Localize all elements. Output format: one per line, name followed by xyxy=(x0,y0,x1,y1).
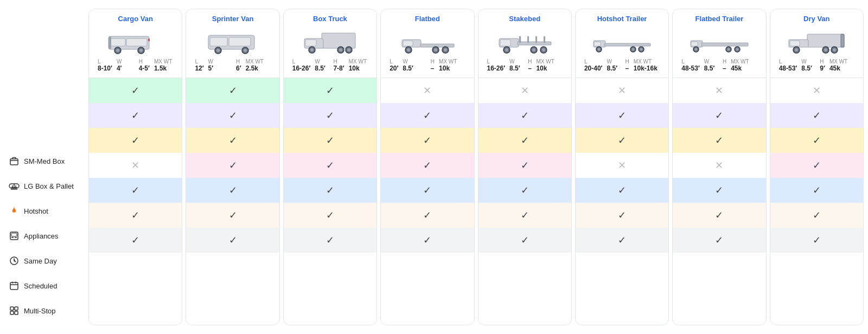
svg-rect-8 xyxy=(15,307,18,310)
column-cargo-van: Cargo Van L8-10′ W4′ H4-5′ MX WT1.5k ✓ ✓ xyxy=(88,9,182,325)
cell-hotshot-trailer-multi-stop: ✓ xyxy=(576,228,668,253)
sidebar-item-scheduled[interactable]: Scheduled xyxy=(4,273,88,298)
cell-stakebed-appliances: ✓ xyxy=(478,153,571,178)
vehicle-image-sprinter-van xyxy=(190,26,275,54)
svg-rect-69 xyxy=(701,43,748,46)
svg-rect-46 xyxy=(500,40,510,46)
svg-rect-9 xyxy=(10,311,14,314)
sidebar-label-sm-med-box: SM-Med Box xyxy=(24,157,65,165)
cell-sprinter-van-multi-stop: ✓ xyxy=(186,228,279,253)
vehicle-image-dry-van xyxy=(775,26,859,54)
cell-sprinter-van-same-day: ✓ xyxy=(186,178,279,203)
col-title-flatbed-trailer: Flatbed Trailer xyxy=(695,15,744,23)
cell-box-truck-same-day: ✓ xyxy=(284,178,376,203)
sidebar-label-appliances: Appliances xyxy=(24,232,59,240)
svg-point-62 xyxy=(597,48,600,51)
svg-rect-27 xyxy=(322,33,355,48)
svg-rect-60 xyxy=(604,43,650,46)
specs-dry-van: L48-53′ W8.5′ H9′ MX WT45k xyxy=(775,57,859,73)
hotshot-icon xyxy=(9,205,20,216)
sidebar-label-scheduled: Scheduled xyxy=(24,282,57,290)
svg-point-15 xyxy=(116,49,119,52)
svg-point-33 xyxy=(339,48,342,52)
svg-point-40 xyxy=(407,48,410,52)
svg-rect-68 xyxy=(691,42,698,46)
svg-rect-48 xyxy=(519,36,521,43)
sidebar-label-lg-box-pallet: LG Box & Pallet xyxy=(24,182,74,190)
col-title-flatbed: Flatbed xyxy=(415,15,440,23)
cell-flatbed-sm-med-box: ✕ xyxy=(381,78,474,103)
cell-flatbed-trailer-sm-med-box: ✕ xyxy=(673,78,765,103)
sidebar-item-appliances[interactable]: Appliances xyxy=(4,223,88,248)
specs-flatbed: L20′ W8.5′ H– MX WT10k xyxy=(385,57,469,73)
cell-box-truck-multi-stop: ✓ xyxy=(284,228,376,253)
svg-rect-51 xyxy=(544,36,545,43)
specs-flatbed-trailer: L48-53′ W8.5′ H– MX WT45k xyxy=(677,57,761,73)
svg-point-26 xyxy=(244,49,247,52)
svg-point-71 xyxy=(694,48,697,51)
vehicle-columns: Cargo Van L8-10′ W4′ H4-5′ MX WT1.5k ✓ ✓ xyxy=(88,9,864,325)
svg-point-44 xyxy=(444,48,447,52)
cell-sprinter-van-scheduled: ✓ xyxy=(186,203,279,228)
svg-point-82 xyxy=(824,48,827,52)
svg-point-53 xyxy=(505,48,508,52)
cell-box-truck-appliances: ✓ xyxy=(284,153,376,178)
cell-hotshot-trailer-appliances: ✕ xyxy=(576,153,668,178)
cell-cargo-van-multi-stop: ✓ xyxy=(89,228,182,253)
col-title-cargo-van: Cargo Van xyxy=(118,15,153,23)
svg-rect-50 xyxy=(535,36,537,43)
vehicle-image-hotshot-trailer xyxy=(580,26,664,54)
svg-rect-21 xyxy=(210,37,227,46)
svg-point-80 xyxy=(795,48,798,52)
appliances-icon xyxy=(9,230,20,241)
cell-flatbed-same-day: ✓ xyxy=(381,178,474,203)
column-flatbed-trailer: Flatbed Trailer L48-53′ W8.5′ H– MX WT45… xyxy=(672,9,766,325)
sidebar-item-sm-med-box[interactable]: SM-Med Box xyxy=(4,149,88,174)
svg-point-84 xyxy=(833,48,836,52)
column-stakebed: Stakebed L16-26′ W8.5′ H– MX WT10k ✕ ✓ xyxy=(478,9,572,325)
column-sprinter-van: Sprinter Van L12′ W5′ H6′ MX WT2.5k ✓ ✓ xyxy=(186,9,279,325)
svg-rect-85 xyxy=(841,34,844,47)
cell-flatbed-trailer-lg-box-pallet: ✓ xyxy=(673,103,765,128)
svg-rect-6 xyxy=(10,282,18,290)
cell-box-truck-lg-box-pallet: ✓ xyxy=(284,103,376,128)
sidebar-label-hotshot: Hotshot xyxy=(24,207,48,215)
cell-stakebed-same-day: ✓ xyxy=(478,178,571,203)
cell-box-truck-sm-med-box: ✓ xyxy=(284,78,376,103)
cell-box-truck-hotshot: ✓ xyxy=(284,128,376,153)
multi-stop-icon xyxy=(9,305,20,316)
cell-cargo-van-sm-med-box: ✓ xyxy=(89,78,182,103)
svg-rect-47 xyxy=(518,42,551,45)
svg-point-42 xyxy=(434,48,437,52)
calendar-icon xyxy=(9,280,20,291)
svg-rect-7 xyxy=(10,307,14,310)
cell-hotshot-trailer-lg-box-pallet: ✓ xyxy=(576,103,668,128)
sidebar-item-multi-stop[interactable]: Multi-Stop xyxy=(4,298,88,323)
svg-point-75 xyxy=(736,48,738,51)
svg-rect-0 xyxy=(10,159,18,165)
cell-dry-van-same-day: ✓ xyxy=(770,178,863,203)
cell-flatbed-trailer-appliances: ✕ xyxy=(673,153,765,178)
pallet-icon xyxy=(9,181,20,191)
cell-stakebed-lg-box-pallet: ✓ xyxy=(478,103,571,128)
col-title-hotshot-trailer: Hotshot Trailer xyxy=(597,15,647,23)
svg-point-73 xyxy=(727,48,730,51)
col-header-box-truck: Box Truck L16-26′ W8.5′ H7-8′ MX WT10k xyxy=(284,9,376,78)
cell-cargo-van-hotshot: ✓ xyxy=(89,128,182,153)
svg-rect-13 xyxy=(126,38,147,46)
col-header-cargo-van: Cargo Van L8-10′ W4′ H4-5′ MX WT1.5k xyxy=(89,9,182,78)
col-header-dry-van: Dry Van L48-53′ W8.5′ H9′ MX WT45k xyxy=(770,9,863,78)
cell-dry-van-multi-stop: ✓ xyxy=(770,228,863,253)
cell-sprinter-van-appliances: ✓ xyxy=(186,153,279,178)
sidebar-item-same-day[interactable]: Same Day xyxy=(4,248,88,273)
sidebar-item-hotshot[interactable]: Hotshot xyxy=(4,198,88,223)
cell-hotshot-trailer-scheduled: ✓ xyxy=(576,203,668,228)
cell-stakebed-multi-stop: ✓ xyxy=(478,228,571,253)
vehicle-image-flatbed xyxy=(385,26,469,54)
cell-dry-van-sm-med-box: ✕ xyxy=(770,78,863,103)
cell-dry-van-lg-box-pallet: ✓ xyxy=(770,103,863,128)
svg-rect-22 xyxy=(229,37,251,46)
sidebar-item-lg-box-pallet[interactable]: LG Box & Pallet xyxy=(4,174,88,198)
specs-sprinter-van: L12′ W5′ H6′ MX WT2.5k xyxy=(190,57,275,73)
specs-hotshot-trailer: L20-40′ W8.5′ H– MX WT10k-16k xyxy=(580,57,664,73)
